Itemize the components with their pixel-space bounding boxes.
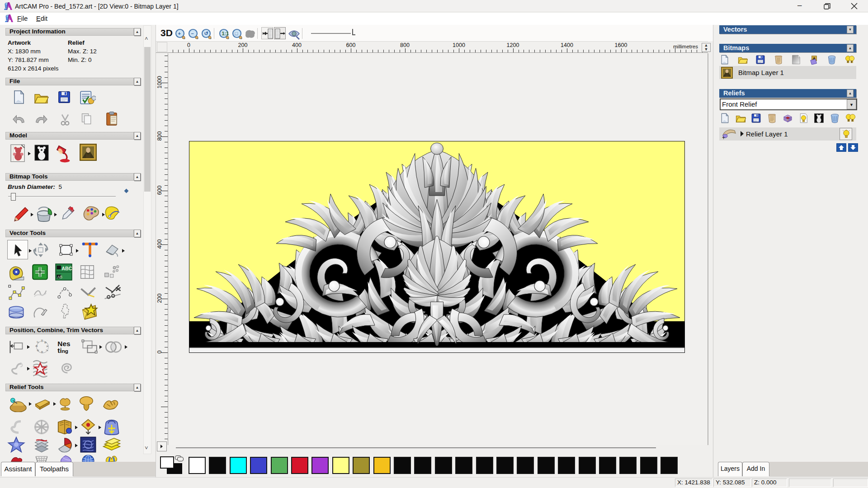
svg-text:T: T	[41, 339, 43, 343]
svg-text:↺: ↺	[204, 31, 208, 36]
svg-text:+: +	[722, 135, 725, 141]
svg-text:x: x	[45, 345, 50, 348]
svg-text:AB: AB	[57, 275, 63, 279]
svg-text:e: e	[43, 340, 47, 345]
svg-text:–: –	[191, 31, 194, 36]
svg-text:□: □	[235, 31, 238, 36]
svg-text:a: a	[34, 344, 38, 347]
svg-text:ABC: ABC	[61, 266, 72, 271]
svg-text:ting: ting	[57, 347, 68, 354]
svg-text:t: t	[45, 349, 49, 352]
svg-text:+: +	[178, 31, 181, 36]
svg-text:o: o	[41, 350, 43, 354]
svg-text:1:1: 1:1	[222, 31, 229, 36]
